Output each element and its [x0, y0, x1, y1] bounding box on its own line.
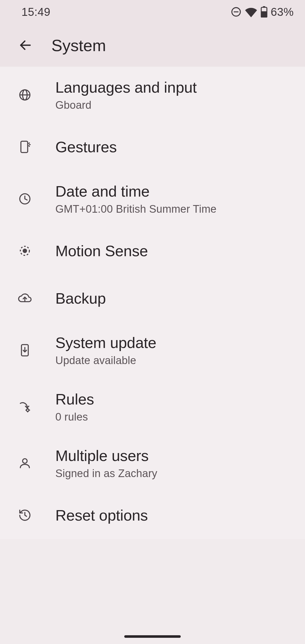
history-icon — [17, 508, 33, 522]
item-subtitle: GMT+01:00 British Summer Time — [55, 203, 217, 215]
item-title: Reset options — [55, 506, 148, 524]
cloud-upload-icon — [17, 291, 33, 305]
item-date-and-time[interactable]: Date and time GMT+01:00 British Summer T… — [0, 171, 305, 227]
item-subtitle: Update available — [55, 354, 156, 367]
app-bar: System — [0, 24, 305, 67]
battery-percent: 63% — [271, 6, 294, 18]
item-system-update[interactable]: System update Update available — [0, 322, 305, 378]
item-motion-sense[interactable]: Motion Sense — [0, 227, 305, 275]
wifi-icon — [245, 6, 258, 18]
item-title: Languages and input — [55, 79, 197, 96]
item-title: Date and time — [55, 182, 217, 200]
item-title: Gestures — [55, 138, 117, 156]
item-title: Multiple users — [55, 447, 157, 464]
item-title: Motion Sense — [55, 242, 148, 260]
status-bar: 15:49 63% — [0, 0, 305, 24]
status-time: 15:49 — [21, 6, 51, 18]
gesture-nav-handle[interactable] — [124, 635, 181, 638]
back-button[interactable] — [15, 35, 36, 55]
item-title: System update — [55, 334, 156, 351]
dnd-icon — [230, 6, 242, 18]
svg-rect-4 — [262, 11, 267, 17]
person-icon — [17, 456, 33, 470]
item-subtitle: Gboard — [55, 99, 197, 111]
rules-icon — [17, 400, 33, 414]
phone-download-icon — [17, 343, 33, 357]
settings-list: Languages and input Gboard Gestures Date… — [0, 67, 305, 539]
item-title: Backup — [55, 290, 106, 307]
item-backup[interactable]: Backup — [0, 275, 305, 322]
item-languages-and-input[interactable]: Languages and input Gboard — [0, 67, 305, 123]
battery-icon — [260, 6, 268, 18]
item-multiple-users[interactable]: Multiple users Signed in as Zachary — [0, 435, 305, 491]
item-reset-options[interactable]: Reset options — [0, 491, 305, 539]
svg-point-11 — [23, 249, 27, 253]
page-title: System — [51, 36, 106, 55]
svg-point-17 — [23, 459, 27, 463]
arrow-left-icon — [18, 38, 32, 52]
globe-icon — [17, 88, 33, 102]
item-rules[interactable]: Rules 0 rules — [0, 378, 305, 435]
item-subtitle: 0 rules — [55, 411, 94, 423]
item-title: Rules — [55, 390, 94, 408]
item-gestures[interactable]: Gestures — [0, 123, 305, 171]
phone-sparkle-icon — [17, 140, 33, 154]
motion-sense-icon — [17, 244, 33, 258]
svg-rect-9 — [21, 141, 28, 153]
svg-point-16 — [27, 409, 29, 412]
clock-icon — [17, 192, 33, 206]
item-subtitle: Signed in as Zachary — [55, 467, 157, 480]
